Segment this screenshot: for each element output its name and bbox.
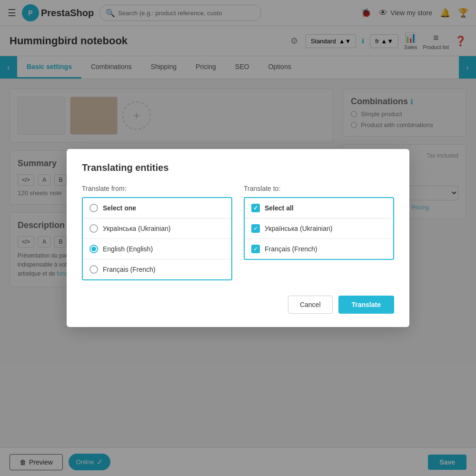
to-list-header[interactable]: ✓ Select all [245,198,393,218]
translate-to-col: Translate to: ✓ Select all ✓ Українська … [244,185,394,280]
to-label: Translate to: [244,185,394,192]
to-item-label-1: Français (French) [265,245,317,253]
from-item-2[interactable]: Français (French) [83,259,231,279]
from-radio-1-inner [91,247,96,251]
from-radio-2 [89,265,98,274]
from-item-0[interactable]: Українська (Ukrainian) [83,218,231,239]
translate-columns: Translate from: Select one Українська (U… [82,185,394,280]
cancel-button[interactable]: Cancel [288,296,333,304]
from-header-radio [89,204,98,212]
from-item-1[interactable]: English (English) [83,239,231,259]
to-item-1[interactable]: ✓ Français (French) [245,239,393,259]
to-header-checkbox[interactable]: ✓ [251,204,260,212]
translate-button[interactable]: Translate [338,296,394,304]
to-item-0[interactable]: ✓ Українська (Ukrainian) [245,218,393,239]
from-item-label-2: Français (French) [103,266,155,273]
from-list-header: Select one [83,198,231,218]
to-checkbox-1[interactable]: ✓ [251,245,260,253]
from-item-label-1: English (English) [103,245,153,253]
from-header-label: Select one [103,204,136,212]
to-header-label: Select all [265,204,294,212]
from-radio-1 [89,245,98,253]
from-select-list: Select one Українська (Ukrainian) Englis… [82,197,232,280]
from-radio-0 [89,224,98,233]
to-select-list: ✓ Select all ✓ Українська (Ukrainian) ✓ … [244,197,394,260]
from-label: Translate from: [82,185,232,192]
translate-from-col: Translate from: Select one Українська (U… [82,185,232,280]
modal-overlay: Translating entities Translate from: Sel… [0,0,476,304]
modal-title: Translating entities [82,162,394,173]
to-checkbox-0[interactable]: ✓ [251,224,260,233]
to-item-label-0: Українська (Ukrainian) [265,225,332,232]
modal-footer: Cancel Translate [82,296,394,304]
translating-entities-modal: Translating entities Translate from: Sel… [67,149,409,304]
from-item-label-0: Українська (Ukrainian) [103,225,170,232]
